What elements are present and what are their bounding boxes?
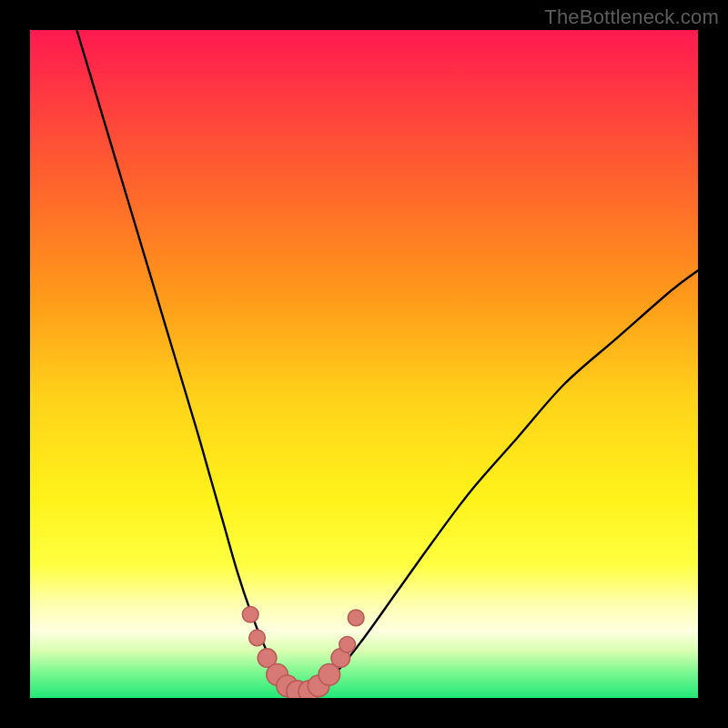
watermark-text: TheBottleneck.com <box>544 5 719 29</box>
chart-frame: TheBottleneck.com <box>0 0 728 728</box>
gradient-background <box>30 30 698 698</box>
curve-marker <box>339 636 356 652</box>
curve-marker <box>348 610 364 626</box>
plot-area <box>30 30 698 698</box>
curve-marker <box>249 630 266 646</box>
chart-svg <box>30 30 698 698</box>
curve-marker <box>242 606 258 622</box>
